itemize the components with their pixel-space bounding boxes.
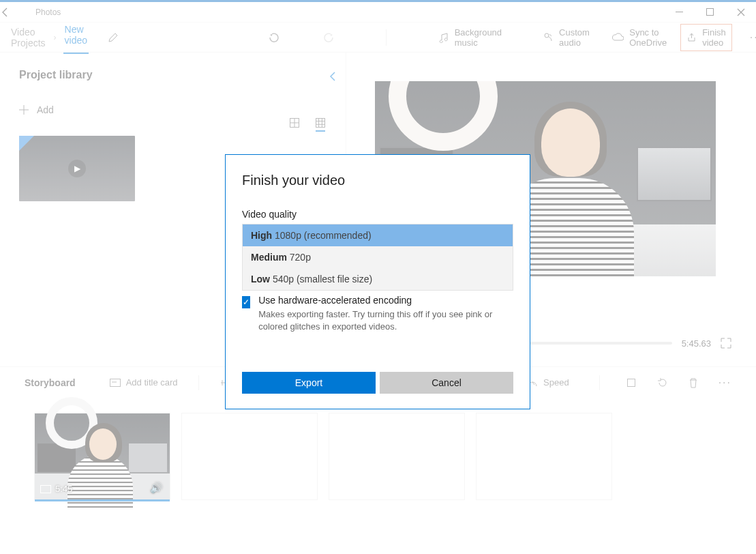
quality-option-low[interactable]: Low 540p (smallest file size) [243, 268, 513, 290]
video-quality-dropdown[interactable]: High 1080p (recommended) Medium 720p Low… [242, 224, 513, 291]
quality-option-high[interactable]: High 1080p (recommended) [243, 224, 513, 246]
hw-encoding-checkbox[interactable]: ✓ [242, 296, 250, 308]
export-button[interactable]: Export [242, 372, 376, 394]
hw-encoding-description: Makes exporting faster. Try turning this… [258, 308, 513, 332]
video-quality-label: Video quality [242, 209, 513, 220]
finish-video-dialog: Finish your video Video quality High 108… [225, 154, 530, 409]
quality-option-medium[interactable]: Medium 720p [243, 246, 513, 268]
cancel-button[interactable]: Cancel [380, 372, 513, 394]
hw-encoding-label: Use hardware-accelerated encoding [258, 295, 513, 306]
dialog-title: Finish your video [242, 173, 513, 188]
